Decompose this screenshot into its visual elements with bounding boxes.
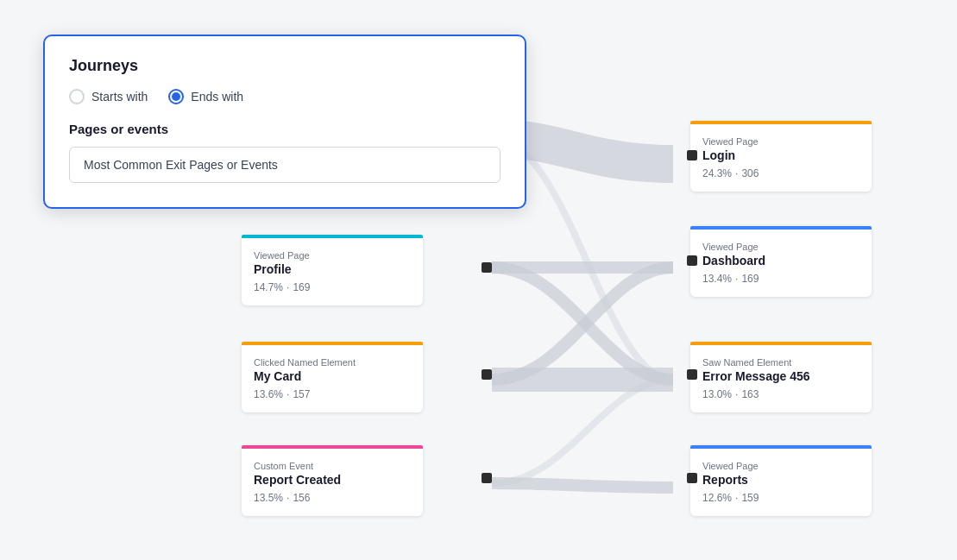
card-label: Viewed Page: [702, 461, 859, 471]
card-label: Saw Named Element: [702, 357, 859, 368]
card-stats: 14.7%·169: [254, 281, 411, 293]
starts-with-radio[interactable]: [69, 89, 85, 104]
card-stats: 12.6%·159: [702, 492, 859, 504]
connector-node-reports: [687, 473, 697, 483]
connector-node-login: [687, 150, 697, 160]
connector-node-mycard: [482, 369, 492, 380]
journey-type-radio-group: Starts with Ends with: [69, 89, 501, 104]
card-report-created[interactable]: Custom Event Report Created 13.5%·156: [242, 445, 423, 516]
card-top-bar: [690, 445, 872, 449]
card-top-bar: [242, 342, 423, 345]
ends-with-label: Ends with: [191, 90, 243, 104]
card-title: Profile: [254, 262, 411, 276]
card-label: Viewed Page: [254, 250, 411, 261]
pages-section-label: Pages or events: [69, 122, 501, 136]
card-title: Dashboard: [702, 254, 859, 267]
card-label: Viewed Page: [702, 242, 859, 252]
card-top-bar: [242, 445, 423, 449]
connector-node-dashboard: [687, 255, 697, 266]
card-error-message[interactable]: Saw Named Element Error Message 456 13.0…: [690, 342, 872, 412]
starts-with-label: Starts with: [91, 90, 148, 104]
card-stats: 13.5%·156: [254, 492, 411, 504]
panel-title: Journeys: [69, 57, 501, 75]
card-stats: 13.4%·169: [702, 273, 859, 285]
starts-with-option[interactable]: Starts with: [69, 89, 148, 104]
card-label: Custom Event: [254, 461, 411, 471]
pages-or-events-input[interactable]: [69, 147, 501, 183]
card-label: Viewed Page: [702, 136, 859, 147]
card-top-bar: [690, 342, 872, 345]
connector-node-report: [482, 473, 492, 483]
card-stats: 13.6%·157: [254, 388, 411, 400]
card-dashboard[interactable]: Viewed Page Dashboard 13.4%·169: [690, 226, 872, 297]
card-title: Error Message 456: [702, 369, 859, 383]
connector-node-profile: [482, 262, 492, 273]
card-reports[interactable]: Viewed Page Reports 12.6%·159: [690, 445, 872, 516]
ends-with-radio[interactable]: [168, 89, 184, 104]
card-my-card[interactable]: Clicked Named Element My Card 13.6%·157: [242, 342, 423, 412]
card-profile[interactable]: Viewed Page Profile 14.7%·169: [242, 235, 423, 305]
ends-with-option[interactable]: Ends with: [168, 89, 243, 104]
connector-node-error: [687, 369, 697, 380]
card-title: Report Created: [254, 473, 411, 487]
card-top-bar: [690, 121, 872, 124]
card-top-bar: [690, 226, 872, 230]
card-stats: 13.0%·163: [702, 388, 859, 400]
card-login[interactable]: Viewed Page Login 24.3%·306: [690, 121, 872, 192]
card-title: Reports: [702, 473, 859, 487]
journeys-panel: Journeys Starts with Ends with Pages or …: [43, 35, 526, 209]
card-label: Clicked Named Element: [254, 357, 411, 368]
card-title: My Card: [254, 369, 411, 383]
card-top-bar: [242, 235, 423, 238]
card-title: Login: [702, 148, 859, 162]
card-stats: 24.3%·306: [702, 167, 859, 179]
